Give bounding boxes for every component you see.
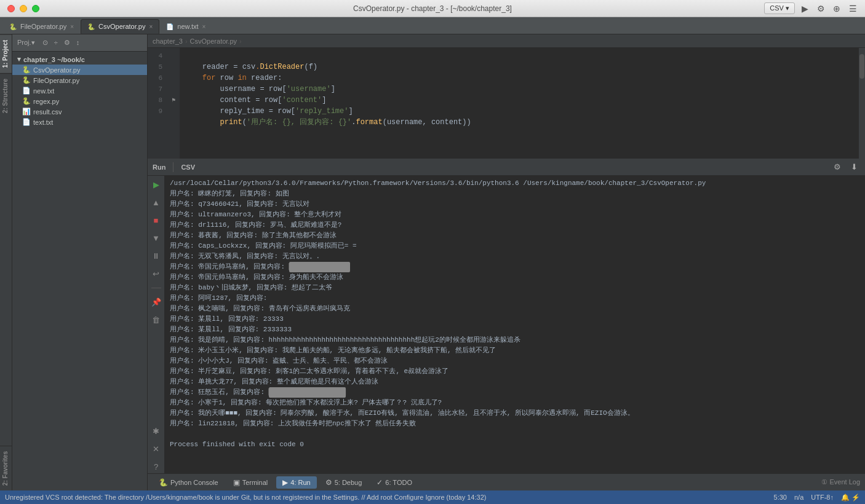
breadcrumb-sep2: › [239, 37, 242, 45]
run-header: Run CSV ⚙ ⬇ [148, 159, 865, 176]
output-line-13: 用户名: 某晨ll, 回复内容: 23333 [170, 314, 860, 325]
run-close-icon[interactable]: ✕ [151, 443, 161, 455]
status-text: Unregistered VCS root detected: The dire… [5, 494, 486, 501]
run-stop-icon[interactable]: ■ [152, 214, 161, 227]
file-item-csvoperator[interactable]: 🐍 CsvOperator.py [12, 65, 147, 75]
bottom-tabs: 🐍 Python Console ▣ Terminal ▶ 4: Run ⚙ 5… [148, 473, 865, 490]
title-bar: CsvOperator.py - chapter_3 - [~/book/cha… [0, 0, 865, 17]
cursor-position: 5:30 [774, 494, 787, 502]
project-panel: Proj.▾ ⊙ ÷ ⚙ ↕ ▾ chapter_3 ~/book/c 🐍 Cs… [12, 34, 148, 490]
file-item-newtxt[interactable]: 📄 new.txt [12, 85, 147, 96]
run-pause-icon[interactable]: ⏸ [150, 250, 162, 262]
window-controls[interactable] [7, 5, 39, 12]
toolbar-right: CSV ▾ ▶ ⚙ ⊕ ☰ [764, 2, 859, 15]
output-line-5: 用户名: 暮夜酱, 回复内容: 除了主角其他都不会游泳 [170, 230, 860, 241]
file-item-fileoperator[interactable]: 🐍 FileOperator.py [12, 75, 147, 85]
status-bar: Unregistered VCS root detected: The dire… [0, 490, 865, 504]
csv-button[interactable]: CSV ▾ [764, 2, 795, 14]
redacted-content: ███████████████ [289, 262, 350, 272]
output-line-9: 用户名: 帝国元帅马塞纳, 回复内容: 身为船夫不会游泳 [170, 272, 860, 283]
run-help-icon[interactable]: ? [152, 460, 160, 473]
output-line-23: 用户名: lin221818, 回复内容: 上次我做任务时把npc推下水了 然后… [170, 419, 860, 429]
left-tab-structure[interactable]: 2: Structure [0, 73, 12, 118]
bottom-tab-debug[interactable]: ⚙ 5: Debug [319, 476, 369, 489]
code-content[interactable]: reader = csv.DictReader(f) for row in re… [180, 48, 859, 159]
bottom-tab-terminal[interactable]: ▣ Terminal [227, 476, 274, 489]
python-file-icon: 🐍 [22, 97, 31, 105]
bottom-tab-todo[interactable]: ✓ 6: TODO [370, 476, 418, 489]
command-line: /usr/local/Cellar/python3/3.6.0/Framewor… [170, 178, 860, 189]
run-panel: Run CSV ⚙ ⬇ ▶ ▲ ■ ▼ ⏸ ↩ 📌 🗑 [148, 159, 865, 473]
text-file-icon: 📄 [22, 118, 31, 126]
output-line-6: 用户名: Caps_Lockxzx, 回复内容: 阿尼玛斯模拟而已= = [170, 241, 860, 251]
tab-fileoperator-close[interactable]: × [70, 23, 74, 30]
menu-icon[interactable]: ☰ [847, 2, 859, 15]
run-expand-icon[interactable]: ✱ [151, 425, 161, 438]
run-play-icon[interactable]: ▶ [151, 178, 161, 191]
download-icon[interactable]: ⬇ [848, 161, 860, 173]
folder-icon: ▾ [17, 55, 21, 63]
bottom-tab-python-console[interactable]: 🐍 Python Console [153, 476, 225, 489]
output-line-7: 用户名: 无双飞将潘凤, 回复内容: 无言以对。. [170, 251, 860, 262]
run-down-icon[interactable]: ▼ [150, 232, 162, 245]
file-name: FileOperator.py [33, 77, 79, 84]
line-numbers: 4 5 6 7 8 9 [148, 48, 167, 159]
tab-newtxt-close[interactable]: × [202, 23, 206, 30]
output-line-1: 用户名: 眯眯的灯笼, 回复内容: 如图 [170, 189, 860, 199]
tab-newtxt[interactable]: 📄 new.txt × [159, 19, 212, 34]
run-icon[interactable]: ▶ [799, 2, 811, 15]
python-file-icon: 🐍 [22, 76, 31, 84]
event-log[interactable]: ① Event Log [821, 478, 860, 486]
tab-fileoperator[interactable]: 🐍 FileOperator.py × [2, 19, 81, 34]
settings-icon[interactable]: ⚙ [831, 161, 843, 173]
close-window-button[interactable] [7, 5, 15, 12]
panel-tool-add[interactable]: ÷ [53, 37, 59, 48]
code-scrollbar[interactable] [859, 48, 865, 159]
file-name: result.csv [33, 108, 62, 116]
run-trash-icon[interactable]: 🗑 [150, 313, 162, 326]
status-icons: 🔔 ⚡ [841, 494, 860, 502]
code-editor[interactable]: 4 5 6 7 8 9 ⚑ reader = csv.DictReader(f)… [148, 48, 865, 159]
output-line-21: 用户名: 小寒于1, 回复内容: 每次把他们推下水都没浮上来? 尸体去哪了？? … [170, 398, 860, 408]
gear-icon[interactable]: ⚙ [815, 2, 827, 15]
run-tab-label: 4: Run [290, 479, 310, 486]
panel-tool-hide[interactable]: ↕ [75, 37, 81, 48]
file-item-resultcsv[interactable]: 📊 result.csv [12, 106, 147, 117]
output-line-blank [170, 429, 860, 439]
tab-csvoperator-close[interactable]: × [149, 23, 153, 30]
file-item-texttxt[interactable]: 📄 text.txt [12, 117, 147, 127]
run-up-icon[interactable]: ▲ [150, 196, 162, 209]
run-pin-icon[interactable]: 📌 [149, 296, 163, 309]
encoding-label: n/a [794, 494, 803, 502]
file-item-regex[interactable]: 🐍 regex.py [12, 96, 147, 106]
run-output[interactable]: /usr/local/Cellar/python3/3.6.0/Framewor… [165, 176, 865, 473]
terminal-label: Terminal [242, 479, 268, 486]
left-tab-favorites[interactable]: 2: Favorites [0, 446, 12, 490]
panel-tool-sync[interactable]: ⊙ [41, 37, 49, 48]
tab-csvoperator[interactable]: 🐍 CsvOperator.py × [81, 19, 159, 34]
panel-tool-gear[interactable]: ⚙ [63, 37, 71, 48]
add-icon[interactable]: ⊕ [831, 2, 843, 15]
file-name: regex.py [33, 98, 59, 105]
todo-label: 6: TODO [385, 479, 412, 486]
main-layout: 1: Project 2: Structure 2: Favorites Pro… [0, 34, 865, 490]
breadcrumb-chapter: chapter_3 [153, 37, 183, 45]
tab-newtxt-label: new.txt [177, 23, 198, 30]
breadcrumb-sep1: › [185, 37, 188, 45]
python-console-icon: 🐍 [159, 478, 168, 487]
tab-fileoperator-label: FileOperator.py [20, 23, 66, 30]
output-line-15: 用户名: 我是鸽晴, 回复内容: hhhhhhhhhhhhhhhhhhhhhhh… [170, 335, 860, 345]
run-wrap-icon[interactable]: ↩ [151, 267, 161, 280]
output-line-10: 用户名: baby丶旧城灰梦, 回复内容: 想起了二太爷 [170, 283, 860, 293]
maximize-window-button[interactable] [32, 5, 39, 12]
file-tree-root[interactable]: ▾ chapter_3 ~/book/c [12, 54, 147, 65]
file-tree: ▾ chapter_3 ~/book/c 🐍 CsvOperator.py 🐍 … [12, 52, 147, 490]
run-label: Run [153, 163, 165, 171]
bottom-tab-run[interactable]: ▶ 4: Run [276, 476, 316, 489]
debug-label: 5: Debug [335, 479, 362, 486]
folder-name: chapter_3 ~/book/c [23, 56, 85, 63]
output-line-4: 用户名: drl1116, 回复内容: 罗马、威尼斯难道不是? [170, 220, 860, 230]
left-tab-project[interactable]: 1: Project [0, 34, 12, 73]
minimize-window-button[interactable] [20, 5, 27, 12]
project-dropdown[interactable]: Proj.▾ [16, 37, 36, 48]
